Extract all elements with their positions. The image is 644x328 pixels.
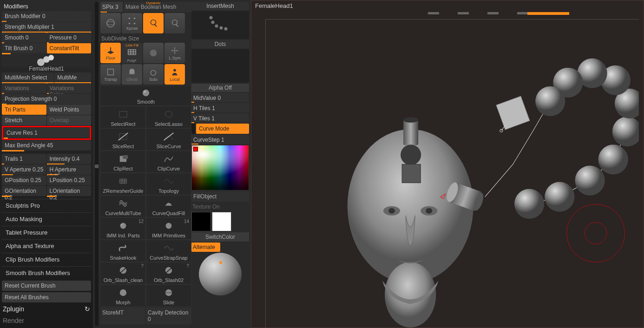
overlap-button[interactable]: Overlap <box>47 115 92 125</box>
brush-imm-ind-parts[interactable]: 12IMM Ind. Parts <box>100 217 146 240</box>
brush-clip-rect[interactable]: ClipRect <box>100 151 146 173</box>
canvas-3d[interactable] <box>265 19 639 328</box>
brush-orb-slash-clean[interactable]: ?Orb_Slash_clean <box>100 262 146 284</box>
v-aperture-slider[interactable]: V Aperture 0.25 <box>2 164 46 175</box>
constant-tilt-button[interactable]: ConstantTilt <box>47 43 92 53</box>
brush-morph[interactable]: Morph <box>100 284 146 307</box>
brush-slice-rect[interactable]: SliceRect <box>100 128 146 151</box>
brush-imm-primitives[interactable]: 14IMM Primitives <box>146 217 191 240</box>
l-position-slider[interactable]: LPosition 0.25 <box>47 175 92 185</box>
mid-value-slider[interactable]: MidValue 0 <box>191 93 249 102</box>
refresh-icon[interactable]: ↻ <box>85 305 90 313</box>
sphere-icon-button[interactable] <box>100 13 121 33</box>
intensity-slider[interactable]: Intensity 0.4 <box>47 154 92 164</box>
h-aperture-slider[interactable]: H Aperture 0.25 <box>47 164 92 175</box>
auto-masking-section[interactable]: Auto Masking <box>2 212 91 225</box>
variations-select-slider[interactable]: Variations Selec <box>47 83 92 93</box>
brush-smooth[interactable]: Smooth <box>100 85 191 106</box>
multimesh-select-slider[interactable]: MultiMesh Select <box>2 72 54 83</box>
transp-button[interactable]: Transp <box>100 64 121 85</box>
brush-curve-strap-snap[interactable]: CurveStrapSnap <box>146 240 191 262</box>
smooth-brush-modifiers-section[interactable]: Smooth Brush Modifiers <box>2 266 91 279</box>
brush-clip-curve[interactable]: ClipCurve <box>146 151 191 173</box>
color-swatch-black[interactable] <box>191 212 211 231</box>
fill-object-button[interactable]: FillObject <box>191 191 249 202</box>
weld-points-button[interactable]: Weld Points <box>47 105 92 115</box>
g-orientation-slider[interactable]: GOrientation 0.2 <box>2 186 46 196</box>
material-preview[interactable] <box>199 253 242 295</box>
brush-orb-slash-02[interactable]: ?Orb_Slash02 <box>146 262 191 284</box>
line-fill-button[interactable]: Line FillPolyF <box>122 43 142 63</box>
svg-point-20 <box>143 90 149 96</box>
v-tiles-slider[interactable]: V Tiles 1 <box>191 113 249 123</box>
brush-mesh-preview[interactable] <box>2 54 91 67</box>
viewport-3d[interactable]: FemaleHead1 <box>251 0 644 328</box>
variations-slider[interactable]: Variations <box>2 83 46 93</box>
reset-current-brush-button[interactable]: Reset Current Brush <box>2 281 91 291</box>
zplugin-section[interactable]: Zplugin ↻ <box>2 303 91 315</box>
curve-step-slider[interactable]: CurveStep 1 <box>191 135 249 144</box>
brush-curve-multitube[interactable]: CurveMultiTube <box>100 195 146 217</box>
store-mt-button[interactable]: StoreMT <box>100 308 145 324</box>
smooth-slider[interactable]: Smooth 0 <box>2 33 46 43</box>
multi-me-slider[interactable]: MultiMe <box>54 72 91 83</box>
svg-point-18 <box>151 70 156 75</box>
stretch-button[interactable]: Stretch <box>2 115 46 125</box>
stroke-preview[interactable] <box>191 11 249 39</box>
alpha-texture-section[interactable]: Alpha and Texture <box>2 239 91 252</box>
switch-color-button[interactable]: SwitchColor <box>191 232 249 242</box>
brush-slide[interactable]: Slide <box>146 284 191 307</box>
local-button[interactable]: Local <box>164 64 185 85</box>
alpha-preview[interactable] <box>191 49 249 83</box>
g-position-slider[interactable]: GPosition 0.25 <box>2 175 46 185</box>
svg-point-59 <box>598 144 628 174</box>
projection-strength-slider[interactable]: Projection Strength 0 <box>2 94 91 104</box>
draw-mode-button[interactable]: D <box>143 13 164 33</box>
svg-point-48 <box>426 208 432 214</box>
curve-res-slider[interactable]: Curve Res 1 <box>4 128 89 138</box>
trails-slider[interactable]: Trails 1 <box>2 154 46 164</box>
xpose-button[interactable]: Xpose <box>122 13 142 33</box>
tri-parts-button[interactable]: Tri Parts <box>2 105 46 115</box>
sculpt-mode-button[interactable]: S <box>164 13 185 33</box>
svg-point-42 <box>224 27 228 31</box>
insert-mesh-label[interactable]: InsertMesh <box>191 2 249 10</box>
max-bend-angle-slider[interactable]: Max Bend Angle 45 <box>2 140 91 151</box>
svg-rect-11 <box>128 50 136 55</box>
render-section[interactable]: Render <box>2 315 91 326</box>
tablet-pressure-section[interactable]: Tablet Pressure <box>2 226 91 239</box>
timeline-bar[interactable] <box>251 11 644 16</box>
stroke-type-label[interactable]: Dots <box>191 40 249 48</box>
strength-multiplier-slider[interactable]: Strength Multiplier 1 <box>2 22 91 32</box>
brush-zremesher-guide[interactable]: ZRemesherGuide <box>100 173 146 195</box>
alpha-off-label[interactable]: Alpha Off <box>191 84 249 92</box>
brush-scrollbar[interactable] <box>95 2 99 326</box>
floor-button[interactable]: Floor <box>100 43 121 63</box>
alternate-button[interactable]: Alternate <box>191 243 220 252</box>
tilt-brush-slider[interactable]: Tilt Brush 0 <box>2 43 46 53</box>
brush-snakehook[interactable]: SnakeHook <box>100 240 146 262</box>
curve-mode-button[interactable]: Curve Mode <box>196 124 249 134</box>
svg-point-2 <box>48 55 54 60</box>
sphere2-button[interactable] <box>143 43 164 63</box>
brush-topology[interactable]: Topology <box>146 173 191 195</box>
lsym-button[interactable]: L.Sym <box>164 43 185 63</box>
color-swatch-white[interactable] <box>212 212 231 231</box>
brush-slice-curve[interactable]: SliceCurve <box>146 128 191 151</box>
brush-curve-quadfill[interactable]: CurveQuadFill <box>146 195 191 217</box>
ghost-button[interactable]: Ghost <box>122 64 142 85</box>
curve-handle[interactable] <box>191 124 195 134</box>
pressure-slider[interactable]: Pressure 0 <box>47 33 92 43</box>
sculptris-pro-section[interactable]: Sculptris Pro <box>2 199 91 212</box>
h-tiles-slider[interactable]: H Tiles 1 <box>191 103 249 112</box>
color-picker[interactable] <box>191 145 249 190</box>
l-orientation-slider[interactable]: LOrientation 0.2 <box>47 186 92 196</box>
spix-slider[interactable]: SPix 3 <box>100 2 123 12</box>
brush-select-rect[interactable]: SelectRect <box>100 106 146 128</box>
reset-all-brushes-button[interactable]: Reset All Brushes <box>2 292 91 302</box>
brush-select-lasso[interactable]: SelectLasso <box>146 106 191 128</box>
clip-brush-modifiers-section[interactable]: Clip Brush Modifiers <box>2 253 91 266</box>
brush-modifier-slider[interactable]: Brush Modifier 0 <box>2 11 91 21</box>
cavity-detection-slider[interactable]: Cavity Detection 0 <box>146 308 191 324</box>
solo-button[interactable]: DynamicSolo <box>143 64 164 85</box>
